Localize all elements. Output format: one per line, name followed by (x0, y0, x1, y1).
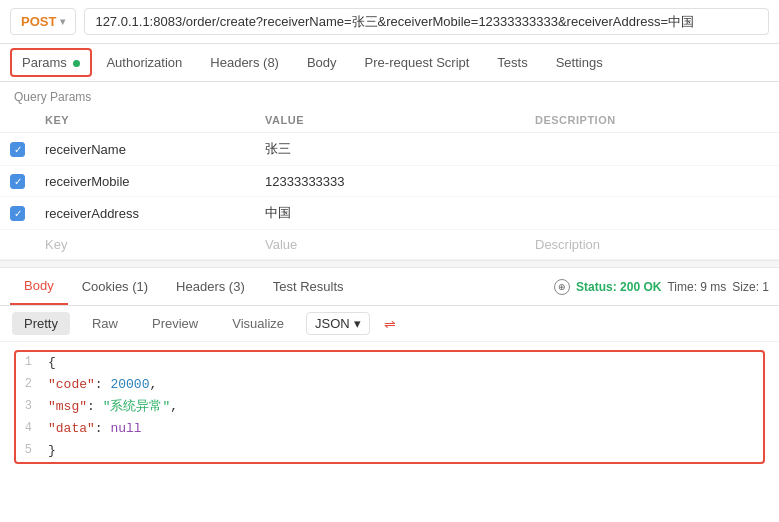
format-bar: Pretty Raw Preview Visualize JSON ▾ ⇌ (0, 306, 779, 342)
tab-body[interactable]: Body (293, 45, 351, 80)
params-dot (73, 60, 80, 67)
tab-settings[interactable]: Settings (542, 45, 617, 80)
format-pretty[interactable]: Pretty (12, 312, 70, 335)
filter-icon[interactable]: ⇌ (384, 316, 396, 332)
table-row: ✓ receiverMobile 12333333333 (0, 166, 779, 197)
code-line-2: 2 "code": 20000, (16, 374, 763, 396)
placeholder-check (0, 230, 35, 260)
line-content-4: "data": null (48, 418, 763, 440)
line-content-1: { (48, 352, 763, 374)
col-header-value: VALUE (255, 108, 525, 133)
line-num-5: 5 (16, 440, 32, 462)
tab-test-results[interactable]: Test Results (259, 269, 358, 304)
code-line-4: 4 "data": null (16, 418, 763, 440)
response-body: 1 { 2 "code": 20000, 3 "msg": "系统异常", 4 … (0, 342, 779, 472)
format-raw[interactable]: Raw (80, 312, 130, 335)
method-chevron: ▾ (60, 16, 65, 27)
response-size: Size: 1 (732, 280, 769, 294)
row2-value[interactable]: 12333333333 (255, 166, 525, 197)
row1-value[interactable]: 张三 (255, 133, 525, 166)
col-header-key: KEY (35, 108, 255, 133)
format-visualize[interactable]: Visualize (220, 312, 296, 335)
row1-desc (525, 133, 779, 166)
section-divider (0, 260, 779, 268)
row3-key[interactable]: receiverAddress (35, 197, 255, 230)
line-num-2: 2 (16, 374, 32, 396)
method-select[interactable]: POST ▾ (10, 8, 76, 35)
tab-params[interactable]: Params (10, 48, 92, 77)
checkbox-1[interactable]: ✓ (10, 142, 25, 157)
placeholder-key[interactable]: Key (35, 230, 255, 260)
line-num-1: 1 (16, 352, 32, 374)
json-key-msg: "msg" (48, 399, 87, 414)
tab-cookies[interactable]: Cookies (1) (68, 269, 162, 304)
status-bar: ⊕ Status: 200 OK Time: 9 ms Size: 1 (554, 279, 769, 295)
json-key-code: "code" (48, 377, 95, 392)
table-row-placeholder: Key Value Description (0, 230, 779, 260)
row3-check[interactable]: ✓ (0, 197, 35, 230)
row3-value[interactable]: 中国 (255, 197, 525, 230)
line-content-2: "code": 20000, (48, 374, 763, 396)
col-header-description: DESCRIPTION (525, 108, 779, 133)
section-query-params: Query Params (0, 82, 779, 108)
globe-icon: ⊕ (554, 279, 570, 295)
json-key-data: "data" (48, 421, 95, 436)
checkbox-3[interactable]: ✓ (10, 206, 25, 221)
json-val-data: null (110, 421, 141, 436)
status-ok: Status: 200 OK (576, 280, 661, 294)
json-type-select[interactable]: JSON ▾ (306, 312, 370, 335)
format-preview[interactable]: Preview (140, 312, 210, 335)
table-row: ✓ receiverName 张三 (0, 133, 779, 166)
tab-response-body[interactable]: Body (10, 268, 68, 305)
line-num-3: 3 (16, 396, 32, 418)
url-bar: POST ▾ (0, 0, 779, 44)
placeholder-desc[interactable]: Description (525, 230, 779, 260)
tab-prerequest[interactable]: Pre-request Script (351, 45, 484, 80)
method-label: POST (21, 14, 56, 29)
json-val-msg: "系统异常" (103, 399, 171, 414)
tab-tests[interactable]: Tests (483, 45, 541, 80)
checkbox-2[interactable]: ✓ (10, 174, 25, 189)
json-val-code: 20000 (110, 377, 149, 392)
row3-desc (525, 197, 779, 230)
row2-key[interactable]: receiverMobile (35, 166, 255, 197)
row2-desc (525, 166, 779, 197)
tab-headers[interactable]: Headers (8) (196, 45, 293, 80)
tab-authorization[interactable]: Authorization (92, 45, 196, 80)
code-line-5: 5 } (16, 440, 763, 462)
response-time: Time: 9 ms (667, 280, 726, 294)
line-content-5: } (48, 440, 763, 462)
line-content-3: "msg": "系统异常", (48, 396, 763, 418)
col-header-check (0, 108, 35, 133)
table-row: ✓ receiverAddress 中国 (0, 197, 779, 230)
params-table: KEY VALUE DESCRIPTION ✓ receiverName 张三 … (0, 108, 779, 260)
row1-check[interactable]: ✓ (0, 133, 35, 166)
row2-check[interactable]: ✓ (0, 166, 35, 197)
code-line-1: 1 { (16, 352, 763, 374)
tab-bar: Params Authorization Headers (8) Body Pr… (0, 44, 779, 82)
code-line-3: 3 "msg": "系统异常", (16, 396, 763, 418)
placeholder-value[interactable]: Value (255, 230, 525, 260)
bottom-tab-bar: Body Cookies (1) Headers (3) Test Result… (0, 268, 779, 306)
url-input[interactable] (84, 8, 769, 35)
json-highlight-box: 1 { 2 "code": 20000, 3 "msg": "系统异常", 4 … (14, 350, 765, 464)
tab-response-headers[interactable]: Headers (3) (162, 269, 259, 304)
line-num-4: 4 (16, 418, 32, 440)
row1-key[interactable]: receiverName (35, 133, 255, 166)
